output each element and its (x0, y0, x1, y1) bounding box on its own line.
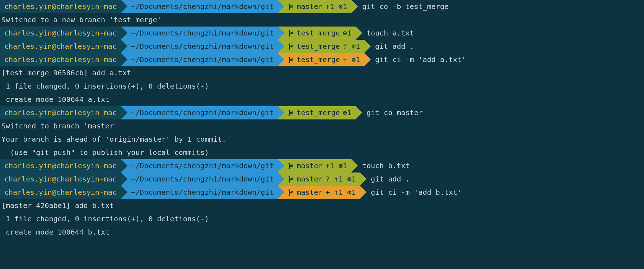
branch-status: + ⊛1 (343, 53, 360, 66)
svg-point-10 (289, 61, 290, 63)
svg-point-18 (289, 176, 290, 178)
branch-status: ⊛1 (343, 106, 351, 119)
branch-name: test_merge (297, 106, 340, 119)
branch-status: ⊛1 (343, 27, 351, 40)
output-text: Switched to a new branch 'test_merge' (0, 13, 162, 27)
command-input[interactable]: touch b.txt (351, 159, 410, 173)
user-host: charles.yin@charlesyin-mac (4, 186, 117, 199)
output-text: [test_merge 96586cb] add a.txt (0, 66, 131, 80)
output-line: [master 420abe1] add b.txt (0, 199, 644, 212)
user-host: charles.yin@charlesyin-mac (4, 40, 117, 53)
command-input[interactable]: touch a.txt (356, 27, 414, 40)
command-input[interactable]: git ci -m 'add a.txt' (364, 53, 466, 66)
git-branch-segment: master ↑1 ⊛1 (278, 159, 351, 173)
output-text: create mode 100644 b.txt (0, 226, 109, 239)
git-branch-icon (288, 176, 294, 183)
cwd: ~/Documents/chengzhi/markdown/git (131, 0, 274, 13)
branch-status: ↑1 ⊛1 (326, 159, 347, 173)
svg-point-19 (289, 181, 290, 182)
output-line: 1 file changed, 0 insertions(+), 0 delet… (0, 80, 644, 93)
git-branch-icon (288, 163, 294, 169)
output-text: 1 file changed, 0 insertions(+), 0 delet… (0, 80, 209, 93)
prompt-line: charles.yin@charlesyin-mac~/Documents/ch… (0, 106, 644, 119)
command-input[interactable]: git add . (364, 40, 414, 53)
git-branch-icon (288, 110, 294, 116)
git-branch-segment: test_merge ? ⊛1 (278, 40, 364, 53)
svg-point-6 (289, 43, 290, 45)
svg-point-7 (289, 48, 290, 49)
cwd: ~/Documents/chengzhi/markdown/git (131, 159, 274, 173)
branch-name: test_merge (297, 40, 340, 53)
cwd-segment: ~/Documents/chengzhi/markdown/git (121, 186, 278, 199)
branch-name: test_merge (297, 27, 340, 40)
output-line: Your branch is ahead of 'origin/master' … (0, 133, 644, 146)
cwd-segment: ~/Documents/chengzhi/markdown/git (121, 40, 278, 53)
svg-point-13 (289, 114, 290, 116)
branch-status: ↑1 ⊛1 (326, 0, 347, 13)
user-host: charles.yin@charlesyin-mac (4, 0, 117, 13)
git-branch-icon (288, 189, 294, 196)
command-input[interactable]: git co master (356, 106, 423, 119)
prompt-line: charles.yin@charlesyin-mac~/Documents/ch… (0, 159, 644, 173)
branch-status: + ↑1 ⊛1 (326, 186, 356, 199)
output-text: Your branch is ahead of 'origin/master' … (0, 133, 226, 146)
output-text: 1 file changed, 0 insertions(+), 0 delet… (0, 212, 209, 226)
prompt-line: charles.yin@charlesyin-mac~/Documents/ch… (0, 53, 644, 66)
git-branch-segment: master ? ↑1 ⊛1 (278, 173, 360, 186)
user-host-segment: charles.yin@charlesyin-mac (0, 173, 121, 186)
command-input[interactable]: git ci -m 'add b.txt' (360, 186, 462, 199)
branch-status: ? ⊛1 (343, 40, 360, 53)
git-branch-icon (288, 30, 294, 37)
user-host-segment: charles.yin@charlesyin-mac (0, 40, 121, 53)
svg-point-12 (289, 110, 290, 111)
cwd: ~/Documents/chengzhi/markdown/git (131, 173, 274, 186)
cwd: ~/Documents/chengzhi/markdown/git (131, 186, 274, 199)
svg-point-16 (289, 167, 290, 169)
terminal[interactable]: charles.yin@charlesyin-mac~/Documents/ch… (0, 0, 644, 239)
cwd-segment: ~/Documents/chengzhi/markdown/git (121, 27, 278, 40)
user-host-segment: charles.yin@charlesyin-mac (0, 53, 121, 66)
git-branch-segment: master + ↑1 ⊛1 (278, 186, 360, 199)
cwd-segment: ~/Documents/chengzhi/markdown/git (121, 0, 278, 13)
user-host-segment: charles.yin@charlesyin-mac (0, 0, 121, 13)
branch-status: ? ↑1 ⊛1 (326, 173, 356, 186)
cwd: ~/Documents/chengzhi/markdown/git (131, 53, 274, 66)
git-branch-segment: master ↑1 ⊛1 (278, 0, 351, 13)
git-branch-segment: test_merge + ⊛1 (278, 53, 364, 66)
branch-name: master (297, 0, 322, 13)
prompt-line: charles.yin@charlesyin-mac~/Documents/ch… (0, 27, 644, 40)
output-line: Switched to branch 'master' (0, 119, 644, 133)
git-branch-segment: test_merge ⊛1 (278, 106, 356, 119)
output-line: (use "git push" to publish your local co… (0, 146, 644, 159)
output-line: create mode 100644 b.txt (0, 226, 644, 239)
cwd-segment: ~/Documents/chengzhi/markdown/git (121, 106, 278, 119)
svg-point-15 (289, 163, 290, 164)
user-host-segment: charles.yin@charlesyin-mac (0, 159, 121, 173)
git-branch-segment: test_merge ⊛1 (278, 27, 356, 40)
branch-name: master (297, 186, 322, 199)
svg-point-21 (289, 189, 290, 191)
output-line: create mode 100644 a.txt (0, 93, 644, 106)
svg-point-4 (289, 35, 290, 36)
prompt-line: charles.yin@charlesyin-mac~/Documents/ch… (0, 173, 644, 186)
svg-point-22 (289, 194, 290, 195)
user-host: charles.yin@charlesyin-mac (4, 106, 117, 119)
user-host: charles.yin@charlesyin-mac (4, 173, 117, 186)
cwd: ~/Documents/chengzhi/markdown/git (131, 27, 274, 40)
cwd-segment: ~/Documents/chengzhi/markdown/git (121, 159, 278, 173)
prompt-line: charles.yin@charlesyin-mac~/Documents/ch… (0, 0, 644, 13)
command-input[interactable]: git add . (360, 173, 410, 186)
command-input[interactable]: git co -b test_merge (351, 0, 449, 13)
user-host: charles.yin@charlesyin-mac (4, 159, 117, 173)
cwd: ~/Documents/chengzhi/markdown/git (131, 106, 274, 119)
branch-name: test_merge (297, 53, 340, 66)
git-branch-icon (288, 43, 294, 50)
branch-name: master (297, 159, 322, 173)
user-host-segment: charles.yin@charlesyin-mac (0, 106, 121, 119)
cwd-segment: ~/Documents/chengzhi/markdown/git (121, 173, 278, 186)
output-text: create mode 100644 a.txt (0, 93, 109, 106)
prompt-line: charles.yin@charlesyin-mac~/Documents/ch… (0, 186, 644, 199)
svg-point-3 (289, 30, 290, 32)
svg-point-9 (289, 57, 290, 58)
svg-point-1 (289, 8, 290, 10)
